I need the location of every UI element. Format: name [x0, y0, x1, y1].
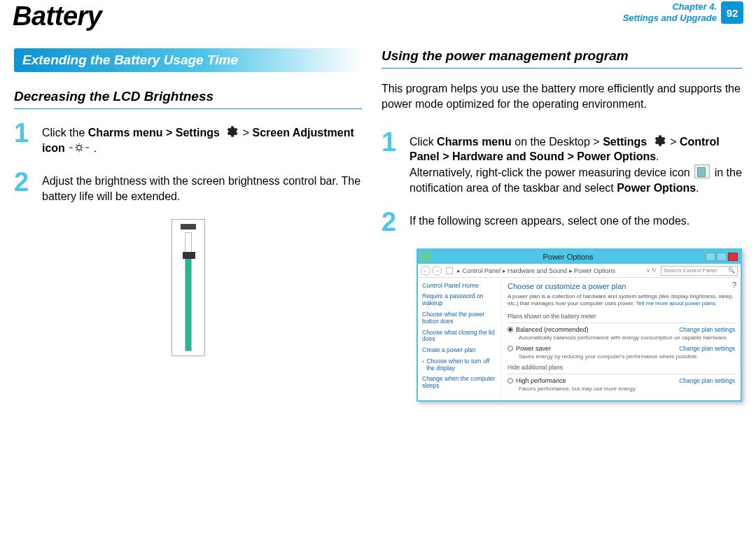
- page-header: Battery Chapter 4. Settings and Upgrade …: [0, 0, 756, 31]
- divider: [507, 374, 735, 374]
- sidebar-item[interactable]: Choose what the power button does: [422, 311, 497, 325]
- svg-point-1: [77, 145, 81, 149]
- chapter-line: Chapter 4.: [623, 1, 717, 13]
- sidebar-item[interactable]: Require a password on wakeup: [422, 293, 497, 307]
- radio-power-saver[interactable]: [507, 346, 513, 351]
- intro-text: This program helps you use the battery m…: [382, 81, 742, 113]
- plan-desc: Favors performance, but may use more ene…: [519, 386, 735, 392]
- link-more[interactable]: Tell me more about power plans: [636, 300, 715, 306]
- sidebar-title: Control Panel Home: [422, 282, 497, 289]
- step-number: 1: [382, 131, 401, 195]
- subheading-lcd: Decreasing the LCD Brightness: [14, 89, 362, 109]
- step-2-left: 2 Adjust the brightness with the screen …: [14, 171, 362, 204]
- forward-button[interactable]: →: [432, 266, 442, 276]
- step-1-right: 1 Click Charms menu on the Desktop > Set…: [382, 131, 742, 195]
- power-options-window: Power Options ← → ▸ Control Panel ▸ Hard…: [416, 248, 742, 402]
- left-column: Extending the Battery Usage Time Decreas…: [14, 48, 362, 402]
- main-desc: A power plan is a collection of hardware…: [507, 293, 735, 307]
- step-number: 2: [382, 211, 401, 233]
- change-plan-link[interactable]: Change plan settings: [679, 326, 735, 333]
- step-number: 2: [14, 171, 34, 204]
- sidebar-item[interactable]: Change when the computer sleeps: [422, 376, 497, 390]
- bold-text: Charms menu > Settings: [88, 127, 220, 139]
- plan-left: High performance: [507, 377, 566, 384]
- plan-name: High performance: [516, 377, 566, 384]
- bold-text: Power Options: [617, 182, 696, 194]
- close-button[interactable]: [728, 253, 738, 261]
- plans-label: Plans shown on the battery meter: [507, 313, 735, 320]
- plan-left: Power saver: [507, 345, 551, 352]
- power-taskbar-icon: [694, 164, 710, 178]
- plan-row-saver: Power saver Change plan settings: [507, 345, 735, 352]
- plan-desc: Saves energy by reducing your computer's…: [519, 353, 735, 360]
- window-body: Control Panel Home Require a password on…: [418, 278, 741, 400]
- plan-row-balanced: Balanced (recommended) Change plan setti…: [507, 326, 735, 333]
- hide-plans-label[interactable]: Hide additional plans: [507, 364, 735, 371]
- settings-gear-icon: [224, 125, 238, 139]
- page-number-badge: 92: [721, 1, 743, 24]
- up-button[interactable]: [446, 267, 453, 274]
- sidebar: Control Panel Home Require a password on…: [418, 278, 502, 400]
- content-columns: Extending the Battery Usage Time Decreas…: [0, 31, 756, 402]
- sidebar-item[interactable]: Choose when to turn off the display: [422, 358, 497, 372]
- slider-fill: [186, 259, 191, 351]
- page-title: Battery: [13, 1, 102, 31]
- minimize-button[interactable]: [706, 253, 715, 261]
- window-icon: [421, 252, 430, 262]
- step-body: If the following screen appears, select …: [410, 211, 690, 233]
- window-buttons: [706, 253, 738, 261]
- main-title: Choose or customize a power plan: [507, 282, 735, 290]
- sidebar-item[interactable]: Create a power plan: [422, 347, 497, 354]
- right-column: Using the power management program This …: [382, 48, 742, 402]
- header-right: Chapter 4. Settings and Upgrade 92: [623, 1, 743, 24]
- step-1-left: 1 Click the Charms menu > Settings > Scr…: [14, 122, 362, 155]
- maximize-button[interactable]: [717, 253, 727, 261]
- settings-gear-icon: [652, 134, 666, 148]
- main-panel: ? Choose or customize a power plan A pow…: [502, 278, 741, 400]
- window-title: Power Options: [430, 253, 706, 261]
- bold-text: Charms menu: [437, 136, 512, 148]
- breadcrumb[interactable]: ▸ Control Panel ▸ Hardware and Sound ▸ P…: [457, 267, 642, 274]
- back-button[interactable]: ←: [421, 266, 430, 276]
- help-icon[interactable]: ?: [732, 281, 736, 289]
- divider: [507, 323, 735, 323]
- search-input[interactable]: Search Control Panel🔍: [661, 266, 738, 276]
- change-plan-link[interactable]: Change plan settings: [679, 377, 735, 384]
- plan-name: Balanced (recommended): [516, 326, 589, 333]
- text: on the Desktop >: [512, 136, 603, 148]
- bold-text: Settings: [603, 136, 647, 148]
- step-number: 1: [14, 122, 34, 155]
- text: Alternatively, right-click the power mea…: [410, 167, 693, 178]
- text: .: [90, 142, 97, 154]
- chapter-subtitle: Settings and Upgrade: [623, 13, 717, 24]
- sidebar-item[interactable]: Choose what closing the lid does: [422, 330, 497, 344]
- window-titlebar: Power Options: [418, 250, 741, 264]
- plan-row-high: High performance Change plan settings: [507, 377, 735, 384]
- section-title-bar: Extending the Battery Usage Time: [14, 48, 362, 72]
- step-body: Click the Charms menu > Settings > Scree…: [42, 122, 362, 155]
- svg-line-7: [81, 150, 82, 150]
- text: Click: [410, 136, 437, 148]
- search-icon: 🔍: [728, 267, 735, 274]
- refresh-icon[interactable]: ∨ ↻: [646, 267, 657, 274]
- svg-line-9: [76, 150, 77, 150]
- text: >: [667, 136, 680, 148]
- nav-arrows: ← →: [421, 266, 442, 276]
- step-body: Adjust the brightness with the screen br…: [42, 171, 362, 204]
- radio-balanced[interactable]: [507, 327, 513, 332]
- change-plan-link[interactable]: Change plan settings: [679, 345, 735, 352]
- text: .: [696, 182, 699, 194]
- subheading-power: Using the power management program: [382, 48, 742, 69]
- brightness-sun-icon: [69, 141, 89, 154]
- radio-high-performance[interactable]: [507, 378, 513, 383]
- step-body: Click Charms menu on the Desktop > Setti…: [410, 131, 742, 195]
- slider-thumb: [183, 252, 195, 259]
- slider-top-cap: [181, 224, 196, 230]
- text: Click the: [42, 127, 88, 139]
- brightness-slider-illustration: [172, 219, 205, 356]
- svg-line-8: [81, 144, 82, 145]
- step-2-right: 2 If the following screen appears, selec…: [382, 211, 742, 233]
- slider-track: [185, 232, 192, 351]
- plan-left: Balanced (recommended): [507, 326, 589, 333]
- plan-name: Power saver: [516, 345, 551, 352]
